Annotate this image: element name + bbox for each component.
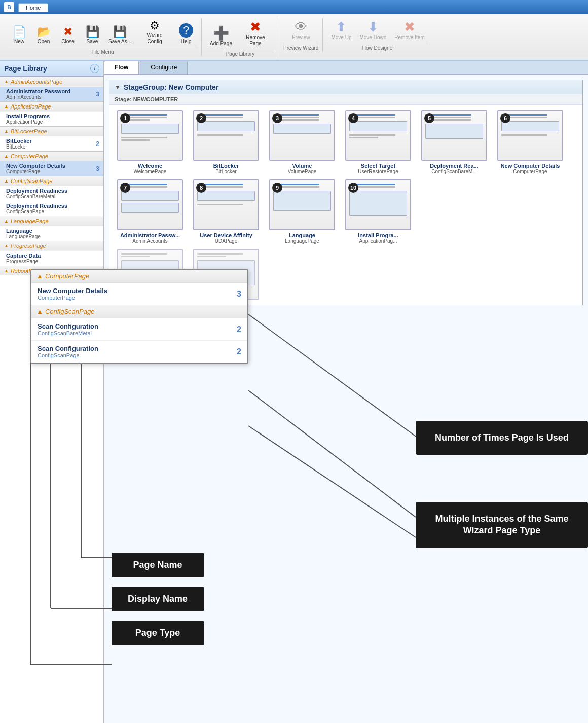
page-card-5[interactable]: 5 Deployment Rea... ConfigScanBareM... — [419, 110, 490, 174]
sidebar-item-deployment-readiness-1[interactable]: Deployment Readiness ConfigScanBareMetal — [0, 186, 103, 201]
zoomed-item-scan-1[interactable]: Scan Configuration ConfigScanBareMetal 2 — [31, 318, 247, 341]
move-down-icon: ⬇ — [368, 20, 379, 33]
page-thumb-6: 6 — [497, 110, 563, 161]
remove-item-icon: ✖ — [404, 20, 415, 33]
sidebar-group-admin: ▲ AdminAccountsPage Administrator Passwo… — [0, 77, 103, 101]
page-card-8[interactable]: 8 User Device Affinity UDAPage — [191, 179, 262, 244]
remove-item-button[interactable]: ✖ Remove Item — [391, 18, 427, 43]
wizard-config-label: Wizard Config — [139, 32, 170, 45]
sidebar-group-header-progress[interactable]: ▲ ProgressPage — [0, 241, 103, 250]
multiple-instances-callout: Multiple Instances of the Same Wizard Pa… — [416, 502, 588, 548]
preview-label: Preview — [292, 34, 310, 41]
zoomed-group-title-computer: ComputerPage — [45, 272, 89, 280]
sidebar-group-header-configscan[interactable]: ▲ ConfigScanPage — [0, 176, 103, 186]
save-as-label: Save As... — [108, 39, 131, 45]
sidebar-item-bitlocker[interactable]: BitLocker BitLocker 2 — [0, 136, 103, 151]
sidebar-group-name-admin: AdminAccountsPage — [11, 79, 62, 85]
zoomed-item-computer[interactable]: New Computer Details ComputerPage 3 — [31, 283, 247, 305]
sidebar-item-capture-data[interactable]: Capture Data ProgressPage — [0, 250, 103, 266]
page-card-7[interactable]: 7 Administrator Passw... AdminAccounts — [115, 179, 186, 244]
page-card-2[interactable]: 2 BitLocker BitLocker — [191, 110, 262, 174]
zoomed-group-title-configscan: ConfigScanPage — [45, 308, 95, 315]
sidebar-group-configscan: ▲ ConfigScanPage Deployment Readiness Co… — [0, 176, 103, 216]
stage-group-title: StageGroup: New Computer — [124, 83, 218, 91]
page-card-4[interactable]: 4 Select Target UserRestoreP — [343, 110, 414, 174]
sidebar-group-arrow-admin: ▲ — [4, 79, 9, 84]
flow-designer-group-label: Flow Designer — [328, 44, 427, 52]
add-page-label: Add Page — [210, 41, 232, 47]
title-tabs: Home — [18, 3, 48, 12]
page-card-6[interactable]: 6 New Computer Details ComputerPage — [495, 110, 566, 174]
home-tab[interactable]: Home — [18, 3, 48, 12]
callout-number-of-times: Number of Times Page Is Used — [416, 421, 588, 455]
sidebar-item-type-admin: AdminAccounts — [6, 94, 70, 100]
page-library-group-label: Page Library — [207, 50, 274, 58]
open-label: Open — [38, 39, 50, 45]
preview-icon: 👁 — [295, 20, 308, 33]
page-card-10[interactable]: 10 Install Progra... ApplicationPag... — [343, 179, 414, 244]
save-button[interactable]: 💾 Save — [81, 24, 103, 47]
sidebar-header: Page Library i — [0, 61, 103, 77]
tab-flow[interactable]: Flow — [104, 61, 139, 74]
new-label: New — [14, 39, 24, 45]
zoomed-group-header-configscan: ▲ ConfigScanPage — [31, 305, 247, 318]
move-up-label: Move Up — [331, 34, 351, 41]
file-menu-group-label: File Menu — [8, 48, 197, 56]
label-boxes-section: Page Name Display Name Page Type — [112, 553, 204, 645]
help-icon: ? — [179, 23, 193, 38]
sidebar-item-admin-password[interactable]: Administrator Password AdminAccounts 3 — [0, 86, 103, 101]
sidebar-group-bitlocker: ▲ BitLockerPage BitLocker BitLocker 2 — [0, 126, 103, 151]
page-thumb-5: 5 — [421, 110, 487, 161]
page-thumb-1: 1 — [117, 110, 183, 161]
move-down-button[interactable]: ⬇ Move Down — [356, 18, 389, 43]
stage-label: Stage: NEWCOMPUTER — [109, 94, 582, 105]
sidebar-group-header-app[interactable]: ▲ ApplicationPage — [0, 101, 103, 111]
move-down-label: Move Down — [359, 34, 386, 41]
stage-group-toggle[interactable]: ▼ — [115, 84, 121, 91]
sidebar-group-name-computer: ComputerPage — [11, 153, 48, 159]
page-card-1[interactable]: 1 Welcome — [115, 110, 186, 174]
sidebar-group-name-progress: ProgressPage — [11, 243, 46, 249]
zoomed-item-scan-2[interactable]: Scan Configuration ConfigScanPage 2 — [31, 341, 247, 363]
page-thumb-4: 4 — [345, 110, 411, 161]
remove-page-button[interactable]: ✖ Remove Page — [237, 18, 274, 49]
sidebar-group-header-language[interactable]: ▲ LanguagePage — [0, 216, 103, 226]
sidebar-group-name-configscan: ConfigScanPage — [11, 178, 53, 184]
page-thumb-10: 10 — [345, 179, 411, 230]
ribbon-group-file-menu: 📄 New 📂 Open ✖ Close 💾 Save — [4, 18, 202, 56]
sidebar-group-header-bitlocker[interactable]: ▲ BitLockerPage — [0, 126, 103, 136]
open-button[interactable]: 📂 Open — [32, 24, 55, 47]
page-card-3[interactable]: 3 Volume VolumePage — [267, 110, 338, 174]
wizard-config-button[interactable]: ⚙ Wizard Config — [136, 18, 173, 47]
sidebar-item-language[interactable]: Language LanguagePage — [0, 226, 103, 241]
save-as-button[interactable]: 💾 Save As... — [105, 24, 134, 47]
page-thumb-3: 3 — [269, 110, 335, 161]
sidebar-item-deployment-readiness-2[interactable]: Deployment Readiness ConfigScanPage — [0, 201, 103, 216]
sidebar-item-install-programs[interactable]: Install Programs ApplicationPage — [0, 111, 103, 126]
close-button[interactable]: ✖ Close — [57, 24, 79, 47]
move-up-button[interactable]: ⬆ Move Up — [328, 18, 354, 43]
page-type-label-box: Page Type — [112, 621, 204, 645]
ribbon-group-flow-designer: ⬆ Move Up ⬇ Move Down ✖ Remove Item Flow… — [324, 18, 431, 52]
sidebar-item-new-computer-details[interactable]: New Computer Details ComputerPage 3 — [0, 161, 103, 176]
ribbon-group-preview: 👁 Preview Preview Wizard — [279, 18, 323, 52]
save-label: Save — [87, 39, 98, 45]
sidebar-info-icon[interactable]: i — [90, 64, 99, 73]
tab-configure[interactable]: Configure — [140, 61, 188, 74]
remove-item-label: Remove Item — [394, 34, 424, 41]
sidebar-group-header-admin[interactable]: ▲ AdminAccountsPage — [0, 77, 103, 86]
save-as-icon: 💾 — [113, 26, 127, 38]
sidebar-group-progress: ▲ ProgressPage Capture Data ProgressPage — [0, 241, 103, 266]
sidebar-group-computer: ▲ ComputerPage New Computer Details Comp… — [0, 151, 103, 176]
add-page-button[interactable]: ➕ Add Page — [207, 24, 235, 49]
page-card-9[interactable]: 9 Language LanguagePage — [267, 179, 338, 244]
help-button[interactable]: ? Help — [175, 21, 197, 47]
new-button[interactable]: 📄 New — [8, 24, 30, 47]
sidebar-group-header-computer[interactable]: ▲ ComputerPage — [0, 151, 103, 161]
close-label: Close — [61, 39, 75, 45]
preview-group-label: Preview Wizard — [283, 44, 318, 52]
move-up-icon: ⬆ — [336, 20, 347, 33]
preview-button[interactable]: 👁 Preview — [289, 18, 313, 43]
sidebar-group-name-bitlocker: BitLockerPage — [11, 128, 47, 134]
page-thumb-7: 7 — [117, 179, 183, 230]
